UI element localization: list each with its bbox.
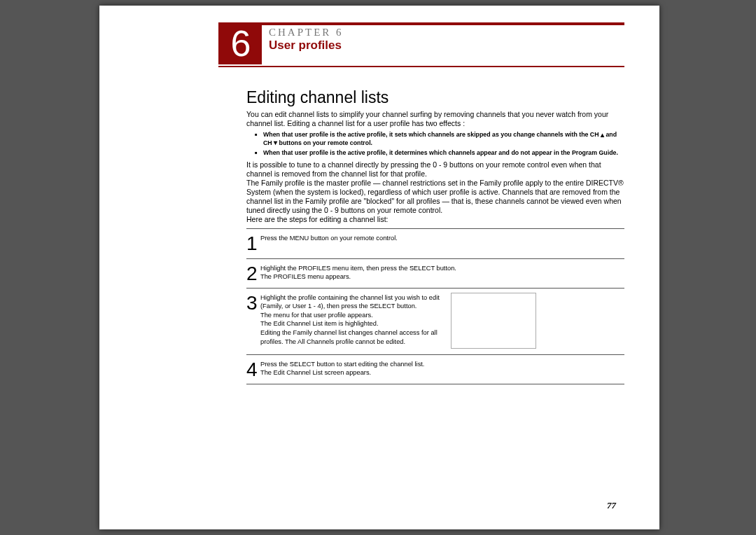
step-row: 1 Press the MENU button on your remote c… — [246, 228, 624, 258]
bullet-item: When that user profile is the active pro… — [263, 131, 624, 147]
header-top-rule — [218, 22, 624, 25]
step-row: 4 Press the SELECT button to start editi… — [246, 354, 624, 384]
bullet-text: When that user profile is the active pro… — [263, 149, 618, 156]
chapter-header: 6 CHAPTER 6 User profiles — [218, 22, 624, 67]
steps-container: 1 Press the MENU button on your remote c… — [246, 228, 624, 384]
step-number: 3 — [246, 293, 260, 312]
step-number: 1 — [246, 233, 260, 252]
step-text: Highlight the profile containing the cha… — [260, 293, 442, 346]
chapter-label: CHAPTER 6 — [269, 27, 344, 39]
after-bullets-paragraph: It is possible to tune to a channel dire… — [246, 160, 624, 225]
step-number: 4 — [246, 359, 260, 378]
header-bottom-rule — [218, 66, 624, 67]
chapter-number-box: 6 — [218, 22, 262, 64]
step-text: Press the MENU button on your remote con… — [260, 233, 624, 243]
bullet-item: When that user profile is the active pro… — [263, 149, 624, 157]
page-number: 77 — [607, 500, 616, 511]
effects-list: When that user profile is the active pro… — [246, 131, 624, 157]
step-text: Press the SELECT button to start editing… — [260, 359, 624, 377]
step-row: 2 Highlight the PROFILES menu item, then… — [246, 258, 624, 288]
screenshot-placeholder — [451, 293, 536, 349]
step-text: Highlight the PROFILES menu item, then p… — [260, 263, 624, 282]
bullet-text: When that user profile is the active pro… — [263, 131, 601, 138]
step-row: 3 Highlight the profile containing the c… — [246, 288, 624, 354]
chapter-text-block: CHAPTER 6 User profiles — [262, 25, 344, 64]
chapter-title: User profiles — [269, 39, 344, 53]
section-heading: Editing channel lists — [246, 88, 624, 107]
chapter-bar: 6 CHAPTER 6 User profiles — [218, 25, 624, 64]
step-number: 2 — [246, 263, 260, 282]
intro-paragraph: You can edit channel lists to simplify y… — [246, 110, 624, 128]
manual-page: 6 CHAPTER 6 User profiles Editing channe… — [99, 6, 659, 529]
bullet-text: buttons on your remote control. — [277, 139, 372, 146]
page-content: Editing channel lists You can edit chann… — [246, 83, 624, 384]
